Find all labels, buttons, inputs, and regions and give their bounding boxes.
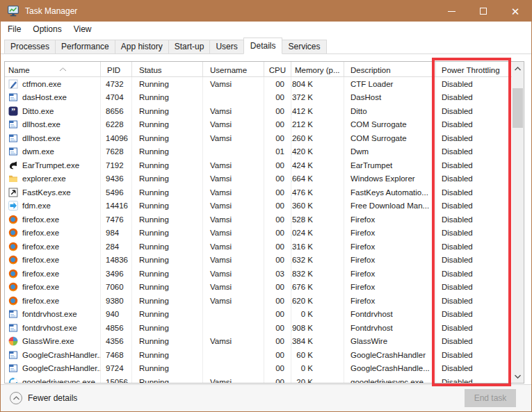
table-row[interactable]: fontdrvhost.exe4856Running002,908 KFontd… [5,321,512,335]
table-row[interactable]: firefox.exe7476RunningVamsi002,34,528 KF… [5,213,512,226]
table-row[interactable]: firefox.exe3496RunningVamsi033,35,832 KF… [5,267,512,281]
app-window-icon [8,350,18,360]
cell-status: Running [132,158,203,172]
table-row[interactable]: FastKeys.exe5496RunningVamsi002,476 KFas… [5,186,512,199]
cell-pid: 940 [101,308,132,322]
table-row[interactable]: ”Ditto.exe8656RunningVamsi001,412 KDitto… [5,104,512,118]
scrollbar[interactable] [512,62,524,383]
column-header-status[interactable]: Status [132,62,203,76]
cell-memory: 1,412 K [291,104,344,118]
table-row[interactable]: dwm.exe7628Running0153,420 KDwmDisabled [5,145,512,159]
menu-item-file[interactable]: File [8,24,21,34]
table-row[interactable]: ctfmon.exe4732RunningVamsi001,804 KCTF L… [5,77,512,91]
table-row[interactable]: EarTrumpet.exe7192RunningVamsi001,424 KE… [5,158,512,172]
menu-item-view[interactable]: View [74,24,92,34]
tab-details[interactable]: Details [243,38,283,54]
cell-description: Ditto [344,104,436,118]
cell-description: FastKeys Automatio... [344,186,436,199]
cell-name: EarTrumpet.exe [5,158,101,172]
table-row[interactable]: explorer.exe9436RunningVamsi0028,664 KWi… [5,172,512,186]
cell-name: GoogleCrashHandler... [5,362,101,376]
tab-services[interactable]: Services [282,40,326,54]
cell-power: Disabled [436,308,512,322]
scrollbar-thumb[interactable] [513,88,523,128]
column-header-name[interactable]: Name [5,62,101,76]
column-header-cpu[interactable]: CPU [264,62,291,76]
tab-processes[interactable]: Processes [4,40,56,54]
table-row[interactable]: dllhost.exe6228RunningVamsi001,212 KCOM … [5,118,512,132]
table-row[interactable]: GoogleCrashHandler...7468Running0060 KGo… [5,348,512,362]
fewer-details-label: Fewer details [28,393,77,403]
table-row[interactable]: firefox.exe284RunningVamsi001,87,316 KFi… [5,240,512,254]
tab-app-history[interactable]: App history [115,40,169,54]
process-name: googledrivesync.exe [22,378,95,383]
table-row[interactable]: dllhost.exe14096RunningVamsi002,260 KCOM… [5,131,512,145]
cell-power: Disabled [436,77,512,91]
process-name: Ditto.exe [22,107,54,115]
cell-description: COM Surrogate [344,131,436,145]
cell-name: GoogleCrashHandler... [5,348,101,362]
tab-performance[interactable]: Performance [55,40,115,54]
cell-pid: 3496 [101,267,132,281]
cell-memory: 60 K [291,348,344,362]
table-row[interactable]: GlassWire.exe4356RunningVamsi005,384 KGl… [5,335,512,349]
table-row[interactable]: firefox.exe984RunningVamsi0021,024 KFire… [5,226,512,240]
cell-pid: 15056 [101,375,132,383]
cell-power: Disabled [436,294,512,308]
cell-memory: 5,384 K [291,335,344,349]
table-row[interactable]: fontdrvhost.exe940Running000 KFontdrvhos… [5,308,512,322]
process-name: fontdrvhost.exe [22,310,77,318]
table-row[interactable]: firefox.exe9380RunningVamsi001,56,620 KF… [5,294,512,308]
title-bar[interactable]: Task Manager ✕ [1,1,531,22]
menu-bar: FileOptionsView [1,22,531,37]
cell-status: Running [132,321,203,335]
column-header-username[interactable]: Username [203,62,264,76]
cell-username: Vamsi [203,226,264,240]
process-name: explorer.exe [22,174,66,183]
cell-power: Disabled [436,199,512,213]
app-window-icon [8,309,18,319]
table-row[interactable]: GoogleCrashHandler...9724Running000 KGoo… [5,362,512,376]
cell-name: fontdrvhost.exe [5,321,101,335]
table-row[interactable]: dasHost.exe4704Running00372 KDasHostDisa… [5,91,512,105]
ditto-icon: ” [8,106,18,116]
menu-item-options[interactable]: Options [33,24,61,34]
scroll-up-button[interactable] [512,63,524,74]
close-button[interactable]: ✕ [499,1,531,22]
cell-status: Running [132,186,203,199]
cell-memory: 3,35,832 K [291,267,344,281]
cell-cpu: 00 [264,226,291,240]
cell-memory: 0 K [291,308,344,322]
cell-memory: 28,664 K [291,172,344,186]
cell-power: Disabled [436,240,512,254]
column-header-pid[interactable]: PID [101,62,132,76]
cell-status: Running [132,226,203,240]
column-header-description[interactable]: Description [344,62,436,76]
tab-start-up[interactable]: Start-up [168,40,211,54]
firefox-icon [8,242,18,252]
tab-users[interactable]: Users [209,40,243,54]
minimize-button[interactable] [435,1,467,22]
end-task-button[interactable]: End task [465,389,516,407]
maximize-button[interactable] [467,1,499,22]
table-row[interactable]: fdm.exe14416RunningVamsi008,360 KFree Do… [5,199,512,213]
cell-name: firefox.exe [5,213,101,226]
column-header-memory[interactable]: Memory (p... [291,62,344,76]
fewer-details-button[interactable]: Fewer details [10,392,77,404]
scroll-down-button[interactable] [512,370,524,382]
process-name: FastKeys.exe [22,188,71,197]
table-row[interactable]: googledrivesync.exe15056RunningVamsi0020… [5,375,512,383]
cell-username: Vamsi [203,254,264,267]
column-header-power[interactable]: Power Throttling [436,62,513,76]
cell-pid: 5496 [101,186,132,199]
close-icon: ✕ [511,6,520,17]
cell-pid: 9380 [101,294,132,308]
app-window-icon [8,323,18,333]
process-name: dasHost.exe [22,93,67,101]
footer-bar: Fewer details End task [1,384,531,412]
cell-username: Vamsi [203,281,264,295]
table-row[interactable]: firefox.exe14836RunningVamsi004,07,632 K… [5,254,512,267]
table-row[interactable]: firefox.exe7060RunningVamsi002,52,676 KF… [5,281,512,295]
firefox-icon [8,228,18,238]
cell-status: Running [132,213,203,226]
